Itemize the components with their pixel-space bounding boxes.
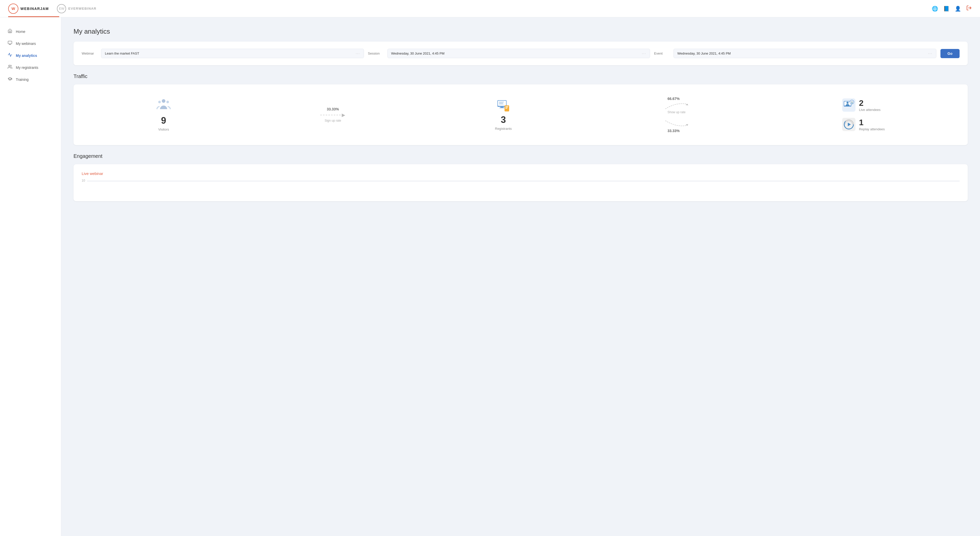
header-actions: 🌐 📘 👤 bbox=[932, 5, 972, 12]
home-icon bbox=[7, 29, 13, 35]
ew-logo-circle: EW bbox=[57, 4, 66, 13]
svg-point-23 bbox=[846, 102, 849, 104]
sidebar-item-home[interactable]: Home bbox=[0, 25, 61, 38]
traffic-flow: 9 Visitors 33.33% ▶ Sign up rate bbox=[82, 92, 959, 138]
filter-card: Webinar Learn the market FAST ··· Sessio… bbox=[73, 41, 968, 65]
other-rate-value: 33.33% bbox=[667, 129, 679, 133]
user-icon[interactable]: 👤 bbox=[955, 6, 961, 12]
webinar-filter-value: Learn the market FAST bbox=[105, 51, 139, 56]
svg-rect-11 bbox=[500, 108, 504, 108]
signup-rate-label: Sign up rate bbox=[325, 119, 341, 122]
svg-rect-17 bbox=[499, 103, 503, 103]
svg-text:📡: 📡 bbox=[850, 101, 853, 104]
sidebar: Home My webinars My analytics bbox=[0, 17, 61, 536]
live-attendees-label: Live attendees bbox=[859, 108, 881, 112]
sidebar-home-label: Home bbox=[16, 30, 25, 34]
visitors-number: 9 bbox=[161, 115, 166, 126]
svg-rect-15 bbox=[505, 108, 508, 109]
webinar-filter-field[interactable]: Learn the market FAST ··· bbox=[101, 49, 364, 58]
wj-brand-name: WEBINARJAM bbox=[21, 6, 49, 11]
webinar-filter-label: Webinar bbox=[82, 51, 97, 56]
event-filter-dots: ··· bbox=[928, 51, 932, 56]
event-filter-field[interactable]: Wednesday, 30 June 2021, 4:45 PM ··· bbox=[673, 49, 936, 58]
traffic-card: 9 Visitors 33.33% ▶ Sign up rate bbox=[73, 84, 968, 145]
svg-rect-18 bbox=[499, 104, 504, 104]
registrants-label: Registrants bbox=[495, 127, 512, 130]
analytics-icon bbox=[7, 52, 13, 59]
sidebar-analytics-label: My analytics bbox=[16, 54, 37, 58]
wj-active-underline bbox=[8, 16, 59, 17]
webinar-filter-dots: ··· bbox=[356, 51, 360, 56]
session-filter-field[interactable]: Wednesday, 30 June 2021, 4:45 PM ··· bbox=[387, 49, 650, 58]
go-button[interactable]: Go bbox=[940, 49, 959, 58]
logout-icon[interactable] bbox=[966, 5, 972, 12]
session-filter-value: Wednesday, 30 June 2021, 4:45 PM bbox=[391, 51, 445, 56]
engagement-card: Live webinar 10 bbox=[73, 164, 968, 201]
event-filter-value: Wednesday, 30 June 2021, 4:45 PM bbox=[677, 51, 731, 56]
svg-rect-13 bbox=[505, 106, 508, 106]
engagement-chart: 10 bbox=[82, 179, 959, 194]
ew-brand-name: EVERWEBINAR bbox=[68, 6, 96, 11]
registrants-icon bbox=[496, 99, 510, 113]
wj-logo-circle: W bbox=[8, 3, 18, 14]
header: W WEBINARJAM EW EVERWEBINAR 🌐 📘 👤 bbox=[0, 0, 980, 17]
everwebinar-logo[interactable]: EW EVERWEBINAR bbox=[57, 4, 96, 13]
svg-marker-28 bbox=[848, 123, 851, 126]
live-attendees-item: 📡 2 Live attendees bbox=[842, 98, 885, 112]
svg-point-7 bbox=[166, 101, 169, 103]
showup-rate-value: 66.67% bbox=[667, 97, 679, 101]
training-icon bbox=[7, 76, 13, 82]
svg-rect-10 bbox=[501, 107, 504, 108]
svg-point-4 bbox=[9, 65, 10, 67]
sidebar-item-my-webinars[interactable]: My webinars bbox=[0, 38, 61, 49]
sidebar-item-my-registrants[interactable]: My registrants bbox=[0, 62, 61, 73]
chart-max-label: 10 bbox=[82, 179, 85, 182]
replay-attendees-item: 1 Replay attendees bbox=[842, 118, 885, 131]
showup-label: Show up rate bbox=[667, 110, 686, 114]
globe-icon[interactable]: 🌐 bbox=[932, 6, 938, 12]
session-filter-dots: ··· bbox=[642, 51, 646, 56]
engagement-subtitle: Live webinar bbox=[82, 171, 959, 176]
visitors-stat: 9 Visitors bbox=[156, 98, 171, 131]
traffic-section-title: Traffic bbox=[73, 73, 968, 79]
replay-attendees-label: Replay attendees bbox=[859, 127, 885, 131]
sidebar-training-label: Training bbox=[16, 78, 29, 82]
replay-attendees-info: 1 Replay attendees bbox=[859, 118, 885, 131]
visitors-icon bbox=[156, 98, 171, 114]
engagement-section-title: Engagement bbox=[73, 153, 968, 159]
svg-point-5 bbox=[162, 99, 165, 103]
live-attendees-info: 2 Live attendees bbox=[859, 98, 881, 112]
live-attendees-icon: 📡 bbox=[842, 98, 856, 112]
event-filter-label: Event bbox=[654, 51, 670, 56]
main-content: My analytics Webinar Learn the market FA… bbox=[61, 17, 980, 536]
svg-rect-16 bbox=[499, 102, 504, 102]
monitor-icon bbox=[7, 41, 13, 46]
sidebar-item-my-analytics[interactable]: My analytics bbox=[0, 49, 61, 62]
sidebar-webinars-label: My webinars bbox=[16, 41, 36, 46]
visitors-label: Visitors bbox=[158, 127, 169, 131]
svg-point-6 bbox=[158, 101, 161, 103]
live-attendees-number: 2 bbox=[859, 98, 881, 108]
page-layout: Home My webinars My analytics bbox=[0, 17, 980, 536]
webinarjam-logo[interactable]: W WEBINARJAM bbox=[8, 3, 49, 14]
svg-rect-14 bbox=[505, 107, 508, 108]
replay-attendees-number: 1 bbox=[859, 118, 885, 127]
split-arrows: 66.67% Show up rate bbox=[661, 97, 692, 133]
registrants-icon bbox=[7, 65, 13, 70]
svg-marker-19 bbox=[686, 104, 688, 105]
session-filter-label: Session bbox=[368, 51, 383, 56]
signup-rate-value: 33.33% bbox=[327, 107, 339, 111]
registrants-stat: 3 Registrants bbox=[495, 99, 512, 130]
sidebar-item-training[interactable]: Training bbox=[0, 73, 61, 86]
registrants-number: 3 bbox=[501, 114, 506, 125]
page-title: My analytics bbox=[73, 27, 968, 35]
facebook-icon[interactable]: 📘 bbox=[943, 6, 950, 12]
svg-rect-1 bbox=[8, 41, 12, 44]
filter-row: Webinar Learn the market FAST ··· Sessio… bbox=[82, 49, 959, 58]
replay-attendees-icon bbox=[842, 118, 856, 131]
sidebar-registrants-label: My registrants bbox=[16, 65, 38, 70]
attendee-stats: 📡 2 Live attendees bbox=[842, 98, 885, 131]
signup-arrow: 33.33% ▶ Sign up rate bbox=[320, 107, 345, 122]
svg-marker-20 bbox=[686, 124, 688, 126]
